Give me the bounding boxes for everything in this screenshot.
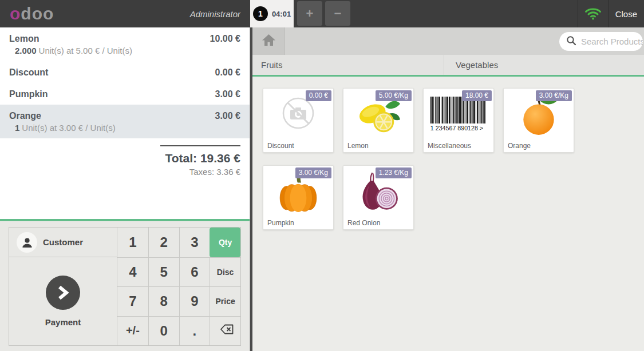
order-line-orange[interactable]: Orange 3.00 € 1Unit(s) at 3.00 € / Unit(… (0, 105, 250, 138)
numpad-key-7[interactable]: 7 (117, 286, 148, 316)
totals-divider (160, 145, 240, 146)
numpad-key-0[interactable]: 0 (148, 316, 179, 346)
line-product-name: Pumpkin (9, 89, 48, 100)
product-name: Pumpkin (267, 219, 294, 227)
category-tabs: Fruits Vegetables (252, 55, 644, 77)
barcode-digits: 1 234567 890128 > (430, 125, 483, 131)
line-unit-price: Unit(s) at 3.00 € / Unit(s) (22, 123, 115, 133)
product-card-orange[interactable]: 3.00 €/Kg Orange (503, 88, 574, 153)
payment-button[interactable]: Payment (9, 257, 117, 345)
order-line-discount[interactable]: Discount 0.00 € (0, 61, 250, 83)
home-category-button[interactable] (252, 27, 285, 55)
logo-rest: doo (21, 4, 54, 23)
line-price: 3.00 € (215, 89, 240, 100)
numpad-mode-disc[interactable]: Disc (210, 257, 240, 287)
line-detail: 2.000Unit(s) at 5.00 € / Unit(s) (9, 45, 240, 57)
pos-app: odoo Administrator 1 04:01 + − Close (0, 0, 644, 351)
numpad-key-backspace[interactable] (210, 316, 240, 346)
search-box (559, 32, 643, 51)
order-line-lemon[interactable]: Lemon 10.00 € 2.000Unit(s) at 5.00 € / U… (0, 27, 250, 61)
price-tag: 5.00 €/Kg (376, 90, 412, 101)
line-quantity: 1 (15, 123, 19, 133)
topbar-spacer (350, 0, 578, 27)
order-line-pumpkin[interactable]: Pumpkin 3.00 € (0, 83, 250, 105)
order-totals: Total: 19.36 € Taxes: 3.36 € (0, 145, 250, 178)
payment-label: Payment (45, 317, 81, 327)
wifi-icon (584, 6, 602, 22)
breadcrumb (252, 27, 644, 55)
numpad: 1 2 3 Qty 4 5 6 Disc 7 8 9 Price +/- 0 . (117, 228, 240, 345)
line-product-name: Orange (9, 110, 41, 122)
total-amount: Total: 19.36 € (0, 151, 240, 166)
numpad-key-4[interactable]: 4 (117, 257, 148, 287)
order-time-label: 04:01 (272, 10, 291, 18)
customer-label: Customer (43, 237, 83, 247)
taxes-amount: Taxes: 3.36 € (0, 166, 240, 178)
order-tab[interactable]: 1 04:01 (250, 0, 294, 27)
numpad-mode-price[interactable]: Price (210, 286, 240, 316)
username-label: Administrator (190, 9, 240, 19)
product-card-red-onion[interactable]: 1.23 €/Kg Red Onio (343, 165, 414, 230)
line-price: 3.00 € (215, 110, 240, 122)
topbar: odoo Administrator 1 04:01 + − Close (0, 0, 644, 27)
add-order-button[interactable]: + (297, 1, 322, 26)
numpad-key-decimal[interactable]: . (179, 316, 210, 346)
barcode-image: 1 234567 890128 > (424, 97, 493, 132)
remove-order-button[interactable]: − (325, 1, 350, 26)
product-name: Miscellaneous (428, 142, 471, 150)
numpad-key-8[interactable]: 8 (148, 286, 179, 316)
action-pad: Customer Payment (9, 228, 117, 345)
price-tag: 3.00 €/Kg (536, 90, 572, 101)
close-button[interactable]: Close (608, 0, 644, 27)
order-panel: Lemon 10.00 € 2.000Unit(s) at 5.00 € / U… (0, 27, 250, 351)
home-icon (261, 33, 276, 49)
odoo-logo: odoo (10, 5, 54, 22)
line-price: 10.00 € (210, 33, 240, 45)
wifi-status (578, 0, 608, 27)
price-tag: 0.00 € (306, 90, 331, 101)
numpad-key-sign[interactable]: +/- (117, 316, 148, 346)
customer-icon (17, 232, 37, 253)
product-name: Orange (508, 142, 531, 150)
numpad-key-2[interactable]: 2 (148, 228, 179, 257)
line-price: 0.00 € (215, 67, 240, 78)
product-name: Lemon (347, 142, 369, 150)
product-name: Discount (267, 142, 294, 150)
numpad-key-9[interactable]: 9 (179, 286, 210, 316)
line-product-name: Discount (9, 67, 48, 78)
order-count-badge: 1 (253, 6, 268, 21)
price-tag: 18.00 € (462, 90, 492, 101)
line-detail: 1Unit(s) at 3.00 € / Unit(s) (9, 122, 240, 134)
product-card-miscellaneous[interactable]: 18.00 € (423, 88, 494, 153)
backspace-icon (216, 323, 235, 339)
category-vegetables[interactable]: Vegetables (444, 55, 644, 75)
search-input[interactable] (581, 37, 643, 46)
line-quantity: 2.000 (15, 46, 37, 55)
logo-letter: o (10, 4, 21, 23)
numpad-mode-qty[interactable]: Qty (210, 228, 240, 257)
product-card-lemon[interactable]: 5.00 €/Kg (343, 88, 414, 153)
price-tag: 1.23 €/Kg (376, 167, 412, 178)
topbar-left: odoo Administrator (0, 0, 250, 27)
order-list: Lemon 10.00 € 2.000Unit(s) at 5.00 € / U… (0, 27, 250, 219)
product-name: Red Onion (347, 219, 380, 227)
control-pads: Customer Payment 1 2 3 Q (0, 219, 250, 351)
products-screen: Fruits Vegetables 0.00 € Discount (250, 27, 644, 351)
payment-chevron-icon (46, 276, 80, 310)
numpad-key-6[interactable]: 6 (179, 257, 210, 287)
customer-button[interactable]: Customer (9, 228, 117, 257)
price-tag: 3.00 €/Kg (295, 167, 331, 178)
product-card-pumpkin[interactable]: 3.00 €/Kg Pumpkin (263, 165, 334, 230)
product-grid: 0.00 € Discount 5.00 €/Kg (252, 77, 644, 230)
category-fruits[interactable]: Fruits (252, 55, 444, 75)
numpad-key-1[interactable]: 1 (117, 228, 148, 257)
numpad-key-5[interactable]: 5 (148, 257, 179, 287)
line-product-name: Lemon (9, 33, 39, 45)
search-icon (566, 35, 576, 48)
numpad-key-3[interactable]: 3 (179, 228, 210, 257)
line-unit-price: Unit(s) at 5.00 € / Unit(s) (39, 46, 132, 55)
product-card-discount[interactable]: 0.00 € Discount (263, 88, 334, 153)
